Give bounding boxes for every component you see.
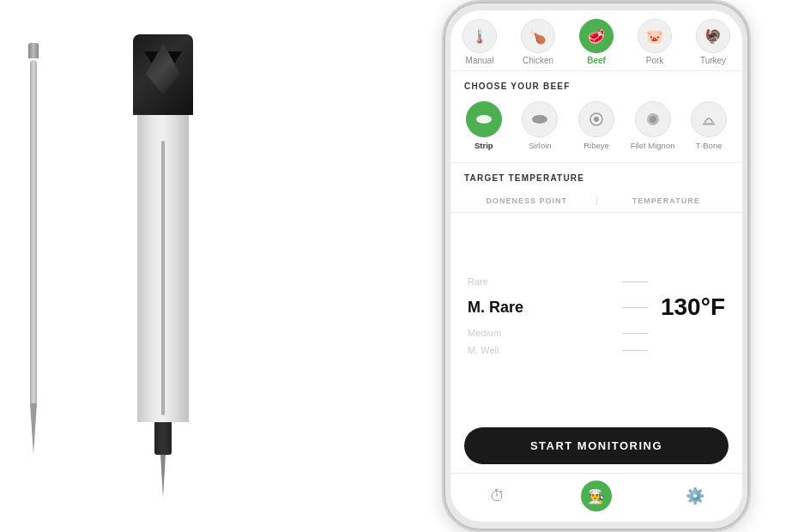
doneness-medium[interactable]: Medium (450, 324, 742, 342)
col-temperature: TEMPERATURE (604, 196, 729, 205)
medium-rare-name-col: M. Rare (468, 299, 614, 317)
strip-label: Strip (475, 141, 493, 150)
medium-name-col: Medium (468, 328, 614, 338)
beef-cut-row: Strip Sirloin (450, 98, 742, 163)
meat-option-chicken[interactable]: 🍗 Chicken (516, 19, 560, 65)
filet-mignon-icon (635, 101, 671, 137)
medium-rare-label: M. Rare (468, 299, 614, 317)
svg-point-5 (650, 116, 656, 123)
temp-column-headers: DONENESS POINT TEMPERATURE (450, 190, 742, 213)
meat-option-manual[interactable]: 🌡️ Manual (457, 19, 502, 65)
nav-settings[interactable]: ⚙️ (684, 485, 706, 507)
doneness-rare[interactable]: Rare (450, 273, 742, 290)
beef-icon: 🥩 (579, 19, 614, 53)
turkey-label: Turkey (700, 56, 726, 65)
mwell-label: M. Well (468, 345, 614, 355)
mwell-name-col: M. Well (468, 345, 614, 355)
chicken-icon: 🍗 (521, 19, 555, 53)
meat-option-beef[interactable]: 🥩 Beef (574, 19, 619, 65)
nav-timer[interactable]: ⏱ (487, 485, 509, 507)
doneness-medium-rare[interactable]: M. Rare 130°F (450, 290, 742, 324)
probe-needle (26, 43, 41, 489)
medium-rare-temp: 130°F (656, 293, 725, 321)
beef-section-header: CHOOSE YOUR BEEF (450, 71, 742, 98)
tbone-icon (691, 101, 727, 137)
strip-icon (466, 101, 502, 137)
target-temp-section: TARGET TEMPERATURE DONENESS POINT TEMPER… (450, 163, 742, 419)
cut-sirloin[interactable]: Sirloin (517, 101, 562, 150)
start-monitoring-button[interactable]: START MONITORING (464, 427, 728, 464)
sirloin-icon (522, 101, 558, 137)
ribeye-icon (578, 101, 614, 137)
medium-dash (622, 333, 648, 334)
col-doneness: DONENESS POINT (464, 196, 589, 205)
mwell-dash (622, 350, 648, 351)
rare-dash (622, 281, 648, 282)
phone-area: 🌡️ Manual 🍗 Chicken 🥩 Beef 🐷 Pork 🦃 (395, 0, 798, 532)
rare-label: Rare (468, 276, 614, 287)
rare-name-col: Rare (468, 276, 614, 287)
device-area (0, 0, 395, 532)
phone-screen: 🌡️ Manual 🍗 Chicken 🥩 Beef 🐷 Pork 🦃 (450, 10, 742, 522)
turkey-icon: 🦃 (696, 19, 730, 53)
svg-point-0 (476, 115, 492, 124)
phone-frame: 🌡️ Manual 🍗 Chicken 🥩 Beef 🐷 Pork 🦃 (442, 0, 751, 532)
meat-type-row: 🌡️ Manual 🍗 Chicken 🥩 Beef 🐷 Pork 🦃 (450, 10, 742, 71)
chicken-label: Chicken (523, 56, 553, 65)
cut-ribeye[interactable]: Ribeye (574, 101, 619, 150)
pork-icon: 🐷 (638, 19, 672, 53)
filet-mignon-label: Filet Mignon (631, 141, 675, 150)
manual-icon: 🌡️ (462, 19, 497, 53)
meat-option-pork[interactable]: 🐷 Pork (632, 19, 677, 65)
start-btn-area: START MONITORING (450, 419, 742, 473)
cut-strip[interactable]: Strip (462, 101, 506, 150)
pork-label: Pork (646, 56, 664, 65)
doneness-list: Rare M. Rare 130°F (450, 213, 742, 419)
ribeye-label: Ribeye (583, 141, 609, 150)
svg-rect-6 (703, 123, 715, 125)
doneness-mwell[interactable]: M. Well (450, 342, 742, 359)
svg-point-3 (594, 117, 599, 122)
manual-label: Manual (466, 56, 494, 65)
meat-option-turkey[interactable]: 🦃 Turkey (691, 19, 735, 65)
bottom-nav: ⏱ 👨‍🍳 ⚙️ (450, 473, 742, 522)
col-divider (596, 196, 597, 205)
svg-point-1 (532, 115, 547, 124)
thermometer-device (129, 34, 197, 498)
nav-cook[interactable]: 👨‍🍳 (581, 481, 612, 511)
cut-filet-mignon[interactable]: Filet Mignon (631, 101, 675, 150)
medium-label: Medium (468, 328, 614, 338)
timer-icon: ⏱ (487, 485, 509, 507)
medium-rare-dash (622, 307, 648, 308)
cook-icon: 👨‍🍳 (581, 481, 612, 511)
settings-icon: ⚙️ (684, 485, 706, 507)
sirloin-label: Sirloin (529, 141, 551, 150)
tbone-label: T-Bone (696, 141, 722, 150)
beef-label: Beef (587, 56, 606, 65)
cut-tbone[interactable]: T-Bone (686, 101, 731, 150)
target-temp-header: TARGET TEMPERATURE (450, 163, 742, 190)
